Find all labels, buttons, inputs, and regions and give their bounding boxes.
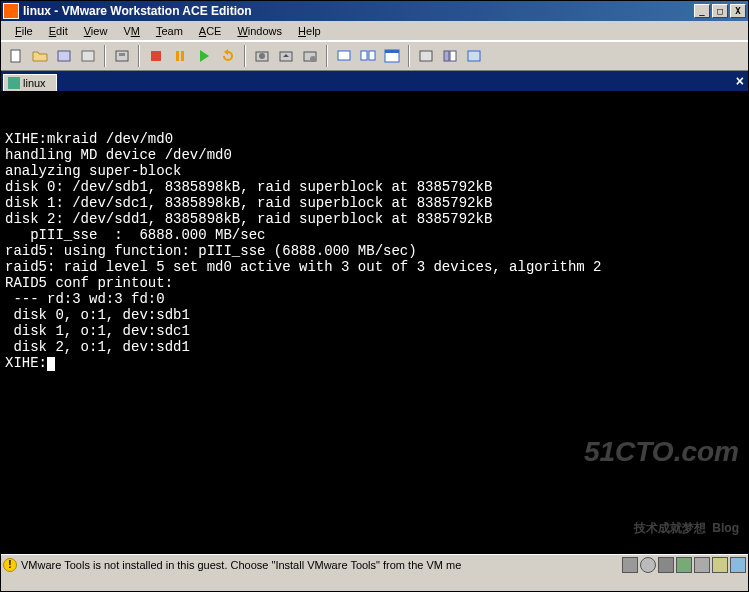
unity-button[interactable] bbox=[415, 45, 437, 67]
new-button[interactable] bbox=[5, 45, 27, 67]
status-text: VMware Tools is not installed in this gu… bbox=[21, 559, 622, 571]
svg-rect-15 bbox=[369, 51, 375, 60]
tab-close-button[interactable]: × bbox=[736, 73, 744, 89]
svg-point-12 bbox=[310, 56, 316, 62]
revert-button[interactable] bbox=[275, 45, 297, 67]
svg-rect-19 bbox=[444, 51, 449, 61]
svg-rect-4 bbox=[119, 53, 125, 56]
terminal[interactable]: XIHE:mkraid /dev/md0 handling MD device … bbox=[1, 91, 748, 554]
summary-button[interactable] bbox=[463, 45, 485, 67]
titlebar: linux - VMware Workstation ACE Edition _… bbox=[1, 1, 748, 21]
toolbar bbox=[1, 41, 748, 71]
tray-sound-icon[interactable] bbox=[712, 557, 728, 573]
svg-rect-14 bbox=[361, 51, 367, 60]
warning-icon: ! bbox=[3, 558, 17, 572]
svg-rect-2 bbox=[82, 51, 94, 61]
vm-icon bbox=[8, 77, 20, 89]
svg-rect-17 bbox=[385, 50, 399, 53]
manage-snapshot-button[interactable] bbox=[299, 45, 321, 67]
svg-rect-18 bbox=[420, 51, 432, 61]
separator bbox=[138, 45, 140, 67]
svg-rect-21 bbox=[468, 51, 480, 61]
reset-button[interactable] bbox=[217, 45, 239, 67]
menubar: File Edit View VM Team ACE Windows Help bbox=[1, 21, 748, 41]
cursor bbox=[47, 357, 55, 371]
stop-button[interactable] bbox=[145, 45, 167, 67]
tray-usb-icon[interactable] bbox=[694, 557, 710, 573]
menu-view[interactable]: View bbox=[76, 23, 116, 39]
tray-floppy-icon[interactable] bbox=[658, 557, 674, 573]
svg-rect-7 bbox=[181, 51, 184, 61]
menu-ace[interactable]: ACE bbox=[191, 23, 230, 39]
terminal-prompt: XIHE: bbox=[5, 355, 47, 371]
svg-rect-6 bbox=[176, 51, 179, 61]
fullscreen-button[interactable] bbox=[381, 45, 403, 67]
tray-cd-icon[interactable] bbox=[640, 557, 656, 573]
tab-linux[interactable]: linux bbox=[3, 74, 57, 91]
sidebar-button[interactable] bbox=[439, 45, 461, 67]
watermark: 51CTO.com 技术成就梦想 Blog bbox=[584, 382, 739, 554]
tray-message-icon[interactable] bbox=[730, 557, 746, 573]
svg-rect-5 bbox=[151, 51, 161, 61]
open-button[interactable] bbox=[29, 45, 51, 67]
svg-rect-1 bbox=[58, 51, 70, 61]
window-title: linux - VMware Workstation ACE Edition bbox=[23, 4, 692, 18]
terminal-output: XIHE:mkraid /dev/md0 handling MD device … bbox=[5, 131, 602, 355]
maximize-button[interactable]: □ bbox=[712, 4, 728, 18]
menu-vm[interactable]: VM bbox=[115, 23, 148, 39]
app-icon bbox=[3, 3, 19, 19]
watermark-sub: 技术成就梦想 Blog bbox=[584, 522, 739, 534]
separator bbox=[104, 45, 106, 67]
play-button[interactable] bbox=[193, 45, 215, 67]
tray-network-icon[interactable] bbox=[676, 557, 692, 573]
tabbar: linux × bbox=[1, 71, 748, 91]
menu-team[interactable]: Team bbox=[148, 23, 191, 39]
svg-rect-13 bbox=[338, 51, 350, 60]
window-controls: _ □ X bbox=[692, 4, 746, 18]
pause-button[interactable] bbox=[169, 45, 191, 67]
disk-button[interactable] bbox=[111, 45, 133, 67]
menu-file[interactable]: File bbox=[7, 23, 41, 39]
svg-rect-0 bbox=[11, 50, 20, 62]
menu-edit[interactable]: Edit bbox=[41, 23, 76, 39]
tray bbox=[622, 557, 746, 573]
svg-rect-20 bbox=[450, 51, 456, 61]
tray-hdd-icon[interactable] bbox=[622, 557, 638, 573]
snapshot-button[interactable] bbox=[251, 45, 273, 67]
separator bbox=[244, 45, 246, 67]
menu-help[interactable]: Help bbox=[290, 23, 329, 39]
separator bbox=[408, 45, 410, 67]
watermark-main: 51CTO.com bbox=[584, 438, 739, 466]
quick-switch-button[interactable] bbox=[357, 45, 379, 67]
minimize-button[interactable]: _ bbox=[694, 4, 710, 18]
separator bbox=[326, 45, 328, 67]
ace-button[interactable] bbox=[77, 45, 99, 67]
close-button[interactable]: X bbox=[730, 4, 746, 18]
show-console-button[interactable] bbox=[333, 45, 355, 67]
menu-windows[interactable]: Windows bbox=[229, 23, 290, 39]
new-team-button[interactable] bbox=[53, 45, 75, 67]
svg-point-9 bbox=[259, 53, 265, 59]
tab-label: linux bbox=[23, 77, 46, 89]
statusbar: ! VMware Tools is not installed in this … bbox=[1, 554, 748, 574]
